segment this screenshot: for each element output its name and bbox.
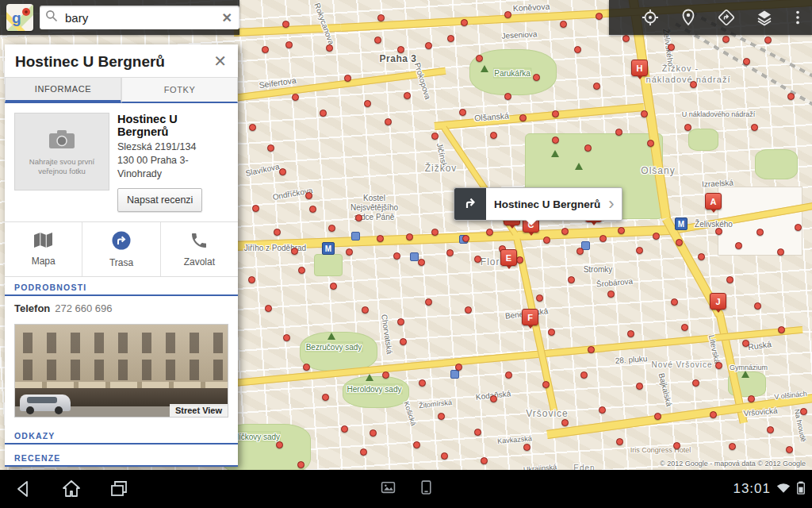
search-result-dot[interactable] — [377, 235, 384, 242]
transit-stop-icon[interactable] — [410, 252, 419, 261]
search-result-dot[interactable] — [616, 438, 623, 445]
search-result-dot[interactable] — [283, 334, 290, 341]
search-result-dot[interactable] — [455, 364, 462, 371]
search-result-dot[interactable] — [406, 233, 413, 241]
search-result-dot[interactable] — [654, 413, 661, 420]
street-view-thumbnail[interactable]: Street View — [14, 324, 228, 418]
search-result-dot[interactable] — [249, 124, 256, 131]
google-maps-logo[interactable]: g — [6, 4, 33, 31]
search-result-dot[interactable] — [584, 144, 592, 152]
search-result-dot[interactable] — [743, 58, 750, 65]
search-result-dot[interactable] — [536, 294, 543, 302]
overflow-menu-button[interactable] — [783, 0, 812, 35]
search-result-dot[interactable] — [607, 291, 615, 298]
search-result-dot[interactable] — [552, 137, 559, 144]
search-result-dot[interactable] — [543, 237, 550, 244]
search-result-dot[interactable] — [248, 276, 255, 283]
search-result-dot[interactable] — [504, 11, 511, 18]
recent-apps-button[interactable] — [95, 470, 143, 508]
search-result-dot[interactable] — [764, 37, 772, 44]
search-result-dot[interactable] — [647, 140, 654, 147]
search-result-dot[interactable] — [252, 205, 259, 212]
search-result-dot[interactable] — [355, 214, 362, 221]
search-result-dot[interactable] — [580, 371, 588, 379]
search-result-dot[interactable] — [481, 457, 488, 464]
my-location-button[interactable] — [631, 0, 669, 35]
places-button[interactable] — [669, 0, 707, 35]
search-result-dot[interactable] — [377, 14, 385, 21]
search-result-dot[interactable] — [777, 248, 784, 256]
search-result-dot[interactable] — [282, 21, 289, 28]
search-result-dot[interactable] — [726, 276, 733, 283]
search-result-dot[interactable] — [690, 81, 697, 88]
search-result-dot[interactable] — [297, 461, 304, 468]
search-result-dot[interactable] — [561, 228, 569, 235]
search-result-dot[interactable] — [684, 124, 691, 131]
search-result-dot[interactable] — [404, 92, 411, 99]
search-result-dot[interactable] — [756, 229, 764, 236]
search-result-dot[interactable] — [262, 46, 269, 53]
search-result-dot[interactable] — [504, 93, 511, 100]
search-result-dot[interactable] — [465, 306, 472, 314]
search-result-dot[interactable] — [599, 235, 607, 242]
search-result-dot[interactable] — [461, 19, 468, 26]
transit-stop-icon[interactable] — [351, 232, 360, 241]
search-result-dot[interactable] — [397, 46, 404, 53]
search-result-dot[interactable] — [393, 252, 400, 260]
chevron-right-icon[interactable]: › — [608, 195, 621, 213]
search-result-dot[interactable] — [516, 256, 523, 264]
search-result-dot[interactable] — [364, 100, 371, 107]
device-notification-icon[interactable] — [419, 480, 434, 498]
status-cluster[interactable]: 13:01 — [733, 470, 806, 508]
action-route[interactable]: Trasa — [82, 222, 159, 276]
upload-photo-button[interactable]: Nahrajte svou první veřejnou fotku — [14, 113, 109, 190]
search-result-dot[interactable] — [795, 224, 802, 231]
search-result-dot[interactable] — [751, 124, 758, 131]
search-result-dot[interactable] — [676, 239, 683, 246]
search-result-dot[interactable] — [490, 395, 497, 402]
search-result-dot[interactable] — [462, 235, 469, 242]
search-result-dot[interactable] — [431, 133, 439, 140]
search-result-dot[interactable] — [523, 444, 530, 451]
search-result-dot[interactable] — [599, 406, 606, 414]
search-result-dot[interactable] — [627, 330, 634, 337]
action-map[interactable]: Mapa — [5, 222, 82, 276]
action-call[interactable]: Zavolat — [160, 222, 238, 276]
search-result-dot[interactable] — [641, 110, 648, 117]
search-result-dot[interactable] — [438, 413, 445, 420]
marker-a[interactable]: A — [705, 193, 722, 210]
search-result-dot[interactable] — [322, 394, 329, 401]
search-result-dot[interactable] — [344, 75, 351, 82]
search-result-dot[interactable] — [370, 429, 377, 437]
search-box[interactable]: ✕ — [40, 6, 239, 29]
search-result-dot[interactable] — [326, 44, 333, 52]
search-result-dot[interactable] — [341, 425, 348, 433]
search-result-dot[interactable] — [715, 228, 722, 235]
search-result-dot[interactable] — [486, 229, 493, 236]
search-result-dot[interactable] — [692, 379, 699, 387]
search-result-dot[interactable] — [431, 229, 439, 236]
search-result-dot[interactable] — [596, 13, 603, 20]
search-result-dot[interactable] — [447, 35, 454, 42]
search-result-dot[interactable] — [476, 55, 483, 62]
search-result-dot[interactable] — [425, 42, 432, 49]
search-result-dot[interactable] — [330, 283, 337, 290]
search-result-dot[interactable] — [548, 329, 555, 336]
search-result-dot[interactable] — [298, 267, 305, 274]
search-result-dot[interactable] — [305, 192, 312, 199]
search-result-dot[interactable] — [303, 364, 310, 371]
search-result-dot[interactable] — [800, 408, 807, 415]
layers-button[interactable] — [745, 0, 783, 35]
transit-stop-icon[interactable] — [450, 370, 459, 379]
search-result-dot[interactable] — [292, 94, 299, 101]
directions-button[interactable] — [707, 0, 745, 35]
search-result-dot[interactable] — [328, 225, 335, 232]
search-result-dot[interactable] — [474, 429, 481, 436]
search-result-dot[interactable] — [276, 441, 283, 448]
search-result-dot[interactable] — [362, 306, 369, 314]
metro-station-icon[interactable]: M — [322, 242, 335, 255]
marker-f[interactable]: F — [522, 309, 538, 325]
search-result-dot[interactable] — [490, 132, 497, 139]
search-result-dot[interactable] — [459, 109, 466, 116]
search-result-dot[interactable] — [285, 41, 293, 48]
